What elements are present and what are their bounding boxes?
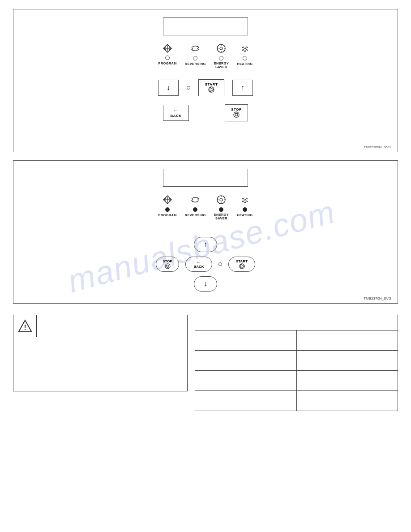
table-row-3 xyxy=(195,371,398,391)
up-button-1[interactable]: ↑ xyxy=(232,80,253,96)
indicator-program-1: PROGRAM xyxy=(158,43,177,65)
down-button-2[interactable]: ↓ xyxy=(194,276,217,292)
start-icon-2 xyxy=(239,263,245,269)
energy-icon-2 xyxy=(216,195,226,206)
energy-circle-2 xyxy=(219,207,223,212)
panel1: PROGRAM REVERSING xyxy=(13,9,398,152)
svg-point-8 xyxy=(220,47,223,50)
indicator-reversing-1: REVERSING xyxy=(185,43,206,66)
back-arrow-icon-2: ← xyxy=(197,259,201,265)
start-button-2[interactable]: START xyxy=(228,257,255,272)
svg-text:!: ! xyxy=(24,324,26,331)
panel2-ref: TMB2370N_SVG xyxy=(364,296,391,300)
display-screen-2 xyxy=(163,169,248,187)
program-label-2: PROGRAM xyxy=(158,213,177,217)
heating-icon-2 xyxy=(240,195,250,206)
back-arrow-icon-1: ← xyxy=(173,107,179,114)
stop-button-1[interactable]: STOP xyxy=(225,104,248,121)
svg-point-22 xyxy=(165,263,170,268)
program-circle-2 xyxy=(165,207,170,212)
heating-label-1: HEATING xyxy=(237,62,253,66)
bottom-section: ! xyxy=(13,315,398,411)
up-arrow-icon-2: ↑ xyxy=(204,240,207,249)
stop-button-2[interactable]: STOP xyxy=(156,257,179,272)
indicator-heating-1: HEATING xyxy=(237,43,253,66)
warning-triangle-icon: ! xyxy=(18,319,32,333)
program-label-1: PROGRAM xyxy=(158,61,177,65)
reversing-icon-1 xyxy=(190,43,200,55)
back-button-1[interactable]: ← BACK xyxy=(163,105,189,121)
table-cell-3-1 xyxy=(195,371,297,390)
led-dot-1 xyxy=(187,86,190,90)
start-icon-1 xyxy=(208,86,214,93)
down-arrow-icon-2: ↓ xyxy=(204,280,207,288)
heating-icon-1 xyxy=(240,43,250,55)
warning-icon-cell: ! xyxy=(13,315,37,337)
heating-circle-1 xyxy=(243,56,247,60)
up-button-2[interactable]: ↑ xyxy=(194,237,217,252)
p2-controls: ↑ STOP ← BACK xyxy=(156,237,255,292)
indicator-energy-2: ENERGYSAVER xyxy=(214,195,229,221)
table-row-1 xyxy=(195,330,398,351)
controls-row-1: ↓ START ↑ xyxy=(158,79,253,96)
table-row-2 xyxy=(195,351,398,371)
program-circle-1 xyxy=(165,56,170,60)
svg-point-12 xyxy=(235,113,238,116)
page-container: manualsbase.com xyxy=(0,0,411,532)
p2-mid-row: STOP ← BACK START xyxy=(156,257,255,272)
down-button-1[interactable]: ↓ xyxy=(158,80,179,96)
warning-title-cell xyxy=(37,323,187,329)
start-label-1: START xyxy=(205,82,218,86)
reversing-circle-1 xyxy=(193,56,197,60)
heating-label-2: HEATING xyxy=(237,213,253,217)
back-label-1: BACK xyxy=(170,114,181,118)
energy-label-1: ENERGYSAVER xyxy=(214,62,229,69)
indicators-row-2: PROGRAM REVERSING xyxy=(158,195,253,221)
reversing-label-2: REVERSING xyxy=(185,213,206,217)
warning-header: ! xyxy=(13,315,187,337)
svg-marker-9 xyxy=(210,87,214,92)
reversing-icon-2 xyxy=(190,195,200,206)
table-cell-4-2 xyxy=(297,391,398,411)
warning-box: ! xyxy=(13,315,188,391)
panel1-ref: TMB2369N_SVG xyxy=(364,145,391,149)
start-label-2: START xyxy=(236,259,248,263)
energy-icon-1 xyxy=(216,43,226,55)
svg-point-21 xyxy=(220,198,223,201)
indicator-heating-2: HEATING xyxy=(237,195,253,217)
back-button-2[interactable]: ← BACK xyxy=(185,257,212,272)
table-box xyxy=(195,315,398,411)
up-arrow-icon-1: ↑ xyxy=(241,84,244,92)
table-cell-4-1 xyxy=(195,391,297,411)
panel2: PROGRAM REVERSING xyxy=(13,160,398,304)
start-button-1[interactable]: START xyxy=(198,79,224,96)
table-cell-1-1 xyxy=(195,330,297,350)
stop-label-1: STOP xyxy=(231,107,242,112)
program-icon-2 xyxy=(163,195,172,206)
table-cell-2-2 xyxy=(297,351,398,370)
display-screen-1 xyxy=(163,17,248,35)
reversing-label-1: REVERSING xyxy=(185,62,206,66)
svg-marker-24 xyxy=(240,264,244,268)
heating-circle-2 xyxy=(243,207,247,212)
warning-body xyxy=(13,337,187,391)
energy-label-2: ENERGYSAVER xyxy=(214,213,229,221)
indicator-reversing-2: REVERSING xyxy=(185,195,206,217)
table-cell-1-2 xyxy=(297,330,398,350)
stop-label-2: STOP xyxy=(163,259,172,263)
energy-circle-1 xyxy=(219,56,223,60)
table-header xyxy=(195,315,398,330)
down-arrow-icon-1: ↓ xyxy=(167,84,170,92)
back-stop-row-1: ← BACK STOP xyxy=(163,104,248,121)
back-label-2: BACK xyxy=(193,265,204,269)
stop-icon-2 xyxy=(165,263,171,269)
svg-point-23 xyxy=(166,265,169,267)
stop-icon-1 xyxy=(233,112,240,118)
program-icon-1 xyxy=(163,43,172,55)
svg-point-11 xyxy=(234,112,239,117)
indicator-program-2: PROGRAM xyxy=(158,195,177,217)
reversing-circle-2 xyxy=(193,207,197,212)
indicator-energy-1: ENERGYSAVER xyxy=(214,43,229,69)
indicators-row-1: PROGRAM REVERSING xyxy=(158,43,253,69)
table-row-4 xyxy=(195,391,398,411)
